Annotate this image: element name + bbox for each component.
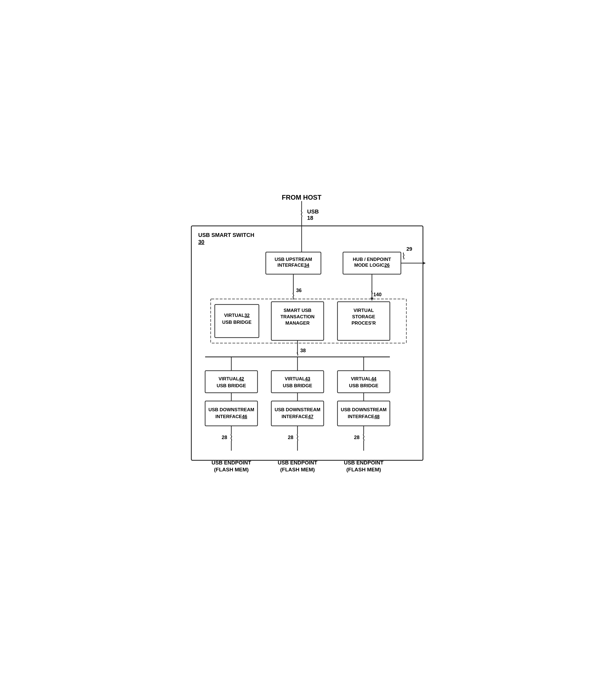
usb-smart-switch-label: USB SMART SWITCH [198, 232, 254, 238]
endpoint-label-right: USB ENDPOINT [344, 460, 384, 465]
endpoint-label-mid: USB ENDPOINT [278, 460, 317, 465]
diagram-container: FROM HOST USB 18 USB SMART SWITCH 30 USB… [183, 191, 431, 509]
ref-29: 29 [406, 246, 412, 252]
downstream-48-line1: USB DOWNSTREAM [341, 407, 386, 412]
usb-label: USB [307, 209, 319, 215]
usb-number: 18 [307, 215, 313, 221]
virtual-storage-line1: VIRTUAL [354, 308, 374, 313]
ref-140: 140 [373, 292, 382, 297]
squiggle-36 [293, 293, 294, 300]
virtual-bridge-top-label: VIRTUAL32 [224, 313, 250, 318]
virtual-storage-line3: PROCES'R [351, 321, 375, 326]
endpoint-label-left: USB ENDPOINT [212, 460, 251, 465]
endpoint-line2-right: (FLASH MEM) [346, 467, 381, 473]
usb-downstream-47-box [271, 401, 324, 426]
downstream-47-line1: USB DOWNSTREAM [274, 407, 320, 412]
ref-28-mid: 28 [288, 435, 293, 440]
smart-usb-line2: TRANSACTION [280, 314, 315, 320]
downstream-47-line2: INTERFACE47 [281, 414, 313, 419]
virtual-bridge-42-box [205, 371, 257, 393]
virtual-bridge-42-line2: USB BRIDGE [216, 383, 246, 388]
from-host-label: FROM HOST [282, 193, 321, 201]
usb-downstream-46-box [205, 401, 257, 426]
main-diagram: FROM HOST USB 18 USB SMART SWITCH 30 USB… [183, 191, 431, 509]
squiggle-28-mid [297, 434, 298, 441]
virtual-bridge-top-line2: USB BRIDGE [222, 320, 252, 325]
virtual-bridge-44-line2: USB BRIDGE [349, 383, 378, 388]
squiggle-28-right [363, 434, 364, 441]
virtual-bridge-43-line2: USB BRIDGE [283, 383, 312, 388]
endpoint-line2-left: (FLASH MEM) [214, 467, 249, 473]
downstream-46-line2: INTERFACE46 [215, 414, 247, 419]
usb-downstream-48-box [337, 401, 390, 426]
virtual-bridge-44-label: VIRTUAL44 [351, 376, 376, 382]
usb-upstream-line1: USB UPSTREAM [274, 257, 312, 262]
virtual-bridge-43-label: VIRTUAL43 [284, 376, 310, 382]
virtual-bridge-42-label: VIRTUAL42 [218, 376, 244, 382]
smart-usb-line1: SMART USB [283, 308, 311, 313]
virtual-storage-line2: STORAGE [352, 314, 375, 320]
usb-squiggle-top [301, 210, 302, 217]
hub-line2: MODE LOGIC26 [354, 263, 389, 268]
squiggle-29 [403, 253, 404, 259]
virtual-bridge-44-box [337, 371, 390, 393]
smart-usb-line3: MANAGER [285, 321, 310, 326]
endpoint-line2-mid: (FLASH MEM) [280, 467, 315, 473]
main-number: 30 [198, 239, 204, 245]
hub-line1: HUB / ENDPOINT [353, 257, 391, 262]
usb-upstream-line2: INTERFACE34 [277, 263, 309, 268]
ref-28-left: 28 [222, 435, 227, 440]
ref-38: 38 [300, 348, 306, 353]
virtual-bridge-43-box [271, 371, 324, 393]
downstream-46-line1: USB DOWNSTREAM [208, 407, 254, 412]
ref-28-right: 28 [354, 435, 359, 440]
squiggle-28-left [231, 434, 232, 441]
downstream-48-line2: INTERFACE48 [348, 414, 379, 419]
ref-36: 36 [296, 288, 302, 293]
arrow-right-29 [423, 262, 426, 264]
